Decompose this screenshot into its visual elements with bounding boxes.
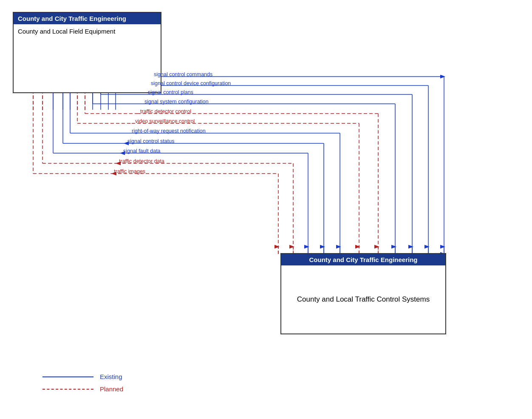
label-signal-system-config: signal system configuration: [144, 99, 209, 105]
label-traffic-detector-data: traffic detector data: [119, 158, 164, 164]
legend: Existing Planned: [42, 373, 123, 398]
right-node-body: County and Local Traffic Control Systems: [281, 265, 445, 333]
legend-planned-label: Planned: [100, 385, 123, 393]
legend-existing-line: [42, 376, 93, 377]
label-signal-control-plans: signal control plans: [148, 89, 193, 95]
label-traffic-detector-control: traffic detector control: [140, 108, 191, 114]
label-video-surveillance-control: video surveillance control: [135, 118, 195, 124]
legend-planned-line: [42, 389, 93, 390]
legend-planned: Planned: [42, 385, 123, 393]
left-node-header: County and City Traffic Engineering: [14, 13, 161, 24]
diagram-container: County and City Traffic Engineering Coun…: [0, 0, 532, 419]
label-row-request-notification: right-of-way request notification: [132, 128, 206, 134]
label-signal-control-status: signal control status: [127, 138, 174, 144]
left-node: County and City Traffic Engineering Coun…: [13, 12, 161, 93]
right-node: County and City Traffic Engineering Coun…: [280, 253, 446, 334]
left-node-body: County and Local Field Equipment: [14, 24, 161, 92]
label-traffic-images: traffic images: [114, 168, 145, 174]
legend-existing: Existing: [42, 373, 123, 380]
label-signal-fault-data: signal fault data: [123, 148, 161, 154]
label-signal-control-commands: signal control commands: [154, 71, 212, 77]
label-signal-device-config: signal control device configuration: [151, 80, 231, 86]
right-node-header: County and City Traffic Engineering: [281, 254, 445, 265]
legend-existing-label: Existing: [100, 373, 122, 380]
